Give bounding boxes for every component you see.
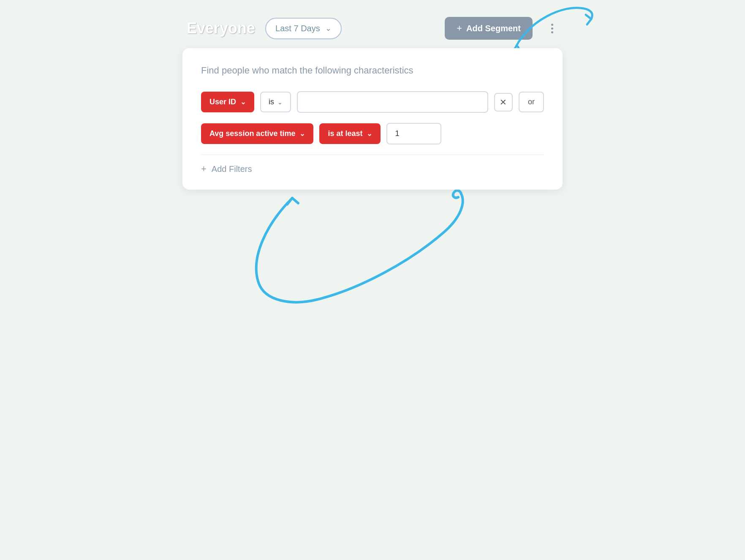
- dot-1: [551, 24, 553, 26]
- page-title: Everyone: [187, 19, 255, 37]
- filter-card: Find people who match the following char…: [182, 48, 563, 190]
- is-at-least-operator-button[interactable]: is at least ⌄: [319, 123, 381, 144]
- session-value-input[interactable]: [386, 123, 441, 144]
- card-description: Find people who match the following char…: [201, 65, 544, 76]
- clear-button[interactable]: ✕: [494, 93, 513, 111]
- filter-divider: [201, 155, 544, 155]
- filter-row-2: Avg session active time ⌄ is at least ⌄: [201, 123, 544, 144]
- chevron-down-icon: ⌄: [325, 24, 332, 33]
- or-button[interactable]: or: [519, 92, 544, 112]
- add-filters-label: Add Filters: [212, 164, 252, 174]
- avg-session-attribute-button[interactable]: Avg session active time ⌄: [201, 123, 313, 144]
- avg-session-label: Avg session active time: [209, 129, 295, 138]
- arrow-bottom-decoration: [225, 190, 470, 308]
- filter-row-1: User ID ⌄ is ⌄ ✕ or: [201, 91, 544, 113]
- chevron-down-icon: ⌄: [367, 130, 372, 138]
- header-row: Everyone Last 7 Days ⌄ + Add Segment: [182, 17, 563, 40]
- dot-2: [551, 27, 553, 30]
- chevron-down-icon: ⌄: [299, 130, 305, 138]
- add-segment-label: Add Segment: [466, 24, 521, 33]
- dot-3: [551, 31, 553, 33]
- user-id-attribute-button[interactable]: User ID ⌄: [201, 92, 254, 112]
- user-id-label: User ID: [209, 98, 236, 106]
- plus-icon: +: [457, 23, 462, 34]
- or-label: or: [528, 98, 535, 106]
- main-container: Everyone Last 7 Days ⌄ + Add Segment Fin…: [182, 17, 563, 190]
- is-operator-button[interactable]: is ⌄: [260, 92, 291, 112]
- date-range-dropdown[interactable]: Last 7 Days ⌄: [265, 18, 342, 39]
- chevron-down-icon: ⌄: [277, 99, 283, 106]
- add-segment-button[interactable]: + Add Segment: [445, 17, 533, 40]
- is-at-least-label: is at least: [328, 129, 362, 138]
- more-options-button[interactable]: [546, 19, 558, 38]
- date-range-label: Last 7 Days: [275, 24, 320, 33]
- close-icon: ✕: [500, 97, 507, 107]
- plus-icon: +: [201, 163, 207, 174]
- user-id-value-input[interactable]: [297, 91, 488, 113]
- is-operator-label: is: [269, 98, 274, 106]
- chevron-down-icon: ⌄: [240, 98, 246, 106]
- add-filters-button[interactable]: + Add Filters: [201, 163, 544, 174]
